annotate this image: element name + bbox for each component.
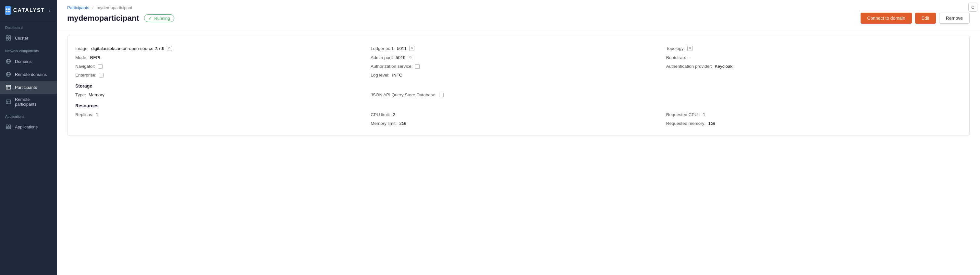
log-level-value: INFO — [392, 73, 402, 78]
admin-port-row: Admin port: 5019 ⧉ — [371, 53, 666, 62]
enterprise-row: Enterprise: — [75, 71, 371, 79]
req-cpu-value: 1 — [703, 112, 705, 117]
resources-heading: Resources — [75, 99, 961, 110]
log-level-label: Log level: — [371, 73, 390, 78]
network-section-label: Network components — [0, 45, 57, 55]
page-title: mydemoparticipant — [67, 14, 139, 23]
req-cpu-label: Requested CPU : — [666, 112, 700, 117]
navigator-label: Navigator: — [75, 64, 95, 69]
cpu-limit-row: CPU limit: 2 — [371, 110, 666, 119]
memory-limit-label: Memory limit: — [371, 121, 396, 126]
sidebar-item-remote-domains-label: Remote domains — [15, 72, 47, 77]
svg-rect-0 — [6, 8, 8, 10]
svg-rect-17 — [6, 100, 11, 104]
detail-card: Image: digitalasset/canton-open-source:2… — [67, 36, 970, 136]
remove-button[interactable]: Remove — [939, 13, 970, 24]
enterprise-checkbox — [99, 73, 103, 78]
req-memory-row: Requested memory: 1Gi — [666, 119, 961, 128]
json-api-label: JSON API Query Store Database: — [371, 92, 436, 97]
sidebar-item-domains[interactable]: Domains — [0, 55, 57, 68]
image-row: Image: digitalasset/canton-open-source:2… — [75, 44, 371, 53]
participants-icon — [5, 84, 12, 91]
mode-row: Mode: REPL — [75, 53, 371, 62]
storage-type-value: Memory — [89, 92, 105, 97]
auth-provider-row: Authentication provider: Keycloak — [666, 62, 961, 71]
cpu-limit-value: 2 — [393, 112, 395, 117]
bootstrap-row: Bootstrap: - — [666, 53, 961, 62]
mode-label: Mode: — [75, 55, 88, 60]
bootstrap-label: Bootstrap: — [666, 55, 686, 60]
svg-rect-5 — [9, 36, 11, 38]
svg-rect-21 — [9, 125, 11, 127]
admin-port-copy-icon[interactable]: ⧉ — [408, 55, 413, 60]
auth-service-checkbox — [415, 64, 420, 69]
enterprise-label: Enterprise: — [75, 73, 96, 78]
sidebar: CATALYST ‹ Dashboard Cluster Network com… — [0, 0, 57, 275]
svg-rect-22 — [6, 127, 8, 129]
dashboard-section-label: Dashboard — [0, 21, 57, 32]
auth-provider-value: Keycloak — [715, 64, 733, 69]
navigator-row: Navigator: — [75, 62, 371, 71]
logo-text: CATALYST — [13, 8, 45, 13]
auth-service-label: Authorization service: — [371, 64, 412, 69]
svg-rect-3 — [8, 11, 10, 12]
storage-heading: Storage — [75, 79, 961, 91]
svg-rect-14 — [6, 85, 11, 89]
topology-label: Topology: — [666, 46, 685, 51]
title-row: mydemoparticipant ✓ Running Connect to d… — [67, 13, 970, 24]
remote-participants-icon — [5, 99, 12, 105]
sidebar-item-domains-label: Domains — [15, 59, 32, 64]
status-text: Running — [154, 16, 170, 21]
svg-rect-6 — [6, 38, 8, 40]
log-level-row: Log level: INFO — [371, 71, 666, 79]
detail-grid: Image: digitalasset/canton-open-source:2… — [75, 44, 961, 128]
storage-type-label: Type: — [75, 92, 86, 97]
sidebar-item-participants-label: Participants — [15, 85, 37, 90]
ledger-port-copy-icon[interactable]: ⧉ — [409, 46, 414, 51]
image-copy-icon[interactable]: ⧉ — [167, 46, 172, 51]
sidebar-item-participants[interactable]: Participants — [0, 81, 57, 94]
replicas-row: Replicas: 1 — [75, 110, 371, 119]
svg-rect-4 — [6, 36, 8, 38]
sidebar-item-cluster[interactable]: Cluster — [0, 32, 57, 45]
applications-section-label: Applications — [0, 110, 57, 120]
status-check-icon: ✓ — [148, 16, 152, 21]
json-api-checkbox — [439, 93, 444, 97]
admin-port-label: Admin port: — [371, 55, 393, 60]
image-value: digitalasset/canton-open-source:2.7.9 — [91, 46, 164, 51]
topology-row: Topology: ⧉ — [666, 44, 961, 53]
breadcrumb-separator: / — [92, 5, 94, 10]
svg-rect-2 — [6, 11, 8, 12]
replicas-value: 1 — [96, 112, 99, 117]
window-button[interactable]: C — [968, 3, 977, 12]
svg-rect-1 — [8, 8, 10, 10]
applications-icon — [5, 124, 12, 130]
topology-copy-icon[interactable]: ⧉ — [687, 46, 692, 51]
status-badge: ✓ Running — [144, 14, 174, 22]
logo-area: CATALYST ‹ — [0, 0, 57, 21]
replicas-label: Replicas: — [75, 112, 94, 117]
ledger-port-label: Ledger port: — [371, 46, 394, 51]
sidebar-item-applications[interactable]: Applications — [0, 120, 57, 133]
sidebar-item-remote-domains[interactable]: Remote domains — [0, 68, 57, 81]
connect-to-domain-button[interactable]: Connect to domain — [861, 13, 912, 24]
mode-value: REPL — [90, 55, 102, 60]
sidebar-collapse-button[interactable]: ‹ — [48, 6, 52, 14]
navigator-checkbox — [98, 64, 103, 69]
cpu-limit-label: CPU limit: — [371, 112, 390, 117]
cluster-icon — [5, 35, 12, 41]
sidebar-item-remote-participants-label: Remote participants — [15, 97, 52, 107]
admin-port-value: 5019 — [396, 55, 405, 60]
storage-type-row: Type: Memory — [75, 91, 371, 99]
sidebar-item-remote-participants[interactable]: Remote participants — [0, 94, 57, 110]
bootstrap-value: - — [689, 55, 690, 60]
page-header: Participants / mydemoparticipant mydemop… — [57, 0, 980, 29]
auth-service-row: Authorization service: — [371, 62, 666, 71]
svg-rect-7 — [9, 38, 11, 40]
edit-button[interactable]: Edit — [915, 13, 936, 24]
breadcrumb-parent[interactable]: Participants — [67, 5, 89, 10]
main-content: Participants / mydemoparticipant mydemop… — [57, 0, 980, 275]
header-actions: Connect to domain Edit Remove — [861, 13, 970, 24]
ledger-port-value: 5011 — [397, 46, 407, 51]
domains-icon — [5, 58, 12, 65]
